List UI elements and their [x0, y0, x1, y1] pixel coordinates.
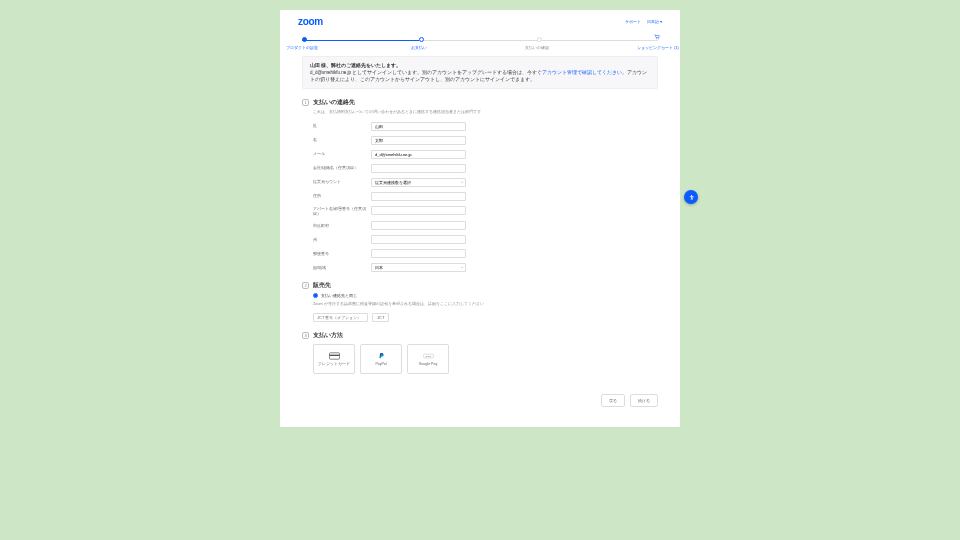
continue-button[interactable]: 続ける [630, 394, 658, 407]
support-link[interactable]: サポート [625, 19, 641, 24]
zoom-logo: zoom [298, 16, 323, 27]
step-2-label: お支払い [411, 45, 427, 50]
svg-text:G Pay: G Pay [425, 355, 430, 357]
apt-input[interactable] [371, 206, 466, 215]
email-label: メール [313, 151, 371, 156]
zip-label: 郵便番号 [313, 251, 371, 256]
state-label: 州 [313, 237, 371, 242]
section-1-badge: 1 [302, 99, 309, 106]
account-banner: 山田 様、弊社のご連絡先をいたします。 d_d@smehikfu.ne.jp と… [302, 56, 658, 89]
section-2-badge: 2 [302, 282, 309, 289]
language-selector[interactable]: 日本語 ▾ [647, 19, 662, 24]
first-name-label: 名 [313, 137, 371, 142]
progress-stepper: プロダクトの設定 お支払い 支払いの確認 ショッピングカート (1) [302, 38, 658, 50]
email-input[interactable] [371, 150, 466, 159]
section-2-subtitle: Zoom が発行する請求書に税金登録の記載を希望される場合は、詳細をここに入力し… [313, 302, 658, 307]
radio-icon [313, 293, 318, 298]
first-name-input[interactable] [371, 136, 466, 145]
employee-count-label: 従業員カウント [313, 179, 371, 184]
cart-icon [654, 34, 660, 40]
paypal-icon [376, 352, 387, 360]
payment-google-pay[interactable]: G Pay Google Pay [407, 344, 449, 374]
step-3-label: 支払いの確認 [525, 45, 549, 50]
step-1-label: プロダクトの設定 [286, 45, 318, 50]
country-label: 国/地域 [313, 265, 371, 270]
section-1-title: 支払いの連絡先 [313, 99, 355, 106]
section-3-badge: 3 [302, 332, 309, 339]
section-1-subtitle: これは、支払資料支払いついての問い合わせがあるときに連絡する連絡担当者または部門… [313, 110, 658, 115]
back-button[interactable]: 戻る [601, 394, 625, 407]
last-name-label: 姓 [313, 123, 371, 128]
jct-button[interactable]: JCT [372, 313, 389, 322]
same-as-billing-radio[interactable]: 支払い連絡先と同じ [313, 293, 658, 298]
accessibility-float-button[interactable] [684, 190, 698, 204]
gpay-icon: G Pay [423, 352, 434, 360]
banner-title: 山田 様、弊社のご連絡先をいたします。 [310, 63, 401, 68]
last-name-input[interactable] [371, 122, 466, 131]
account-manage-link[interactable]: アカウント管理で確認してください [542, 70, 622, 75]
section-2-title: 販売先 [313, 282, 331, 289]
accessibility-icon [688, 194, 695, 201]
company-input[interactable] [371, 164, 466, 173]
section-3-title: 支払い方法 [313, 332, 343, 339]
employee-count-select[interactable] [371, 178, 466, 187]
credit-card-icon [329, 352, 340, 360]
address-label: 住所 [313, 193, 371, 198]
payment-paypal[interactable]: PayPal [360, 344, 402, 374]
payment-credit-card[interactable]: クレジットカード [313, 344, 355, 374]
apt-label: アパート名/部屋番号（任意項目） [313, 206, 371, 216]
address-input[interactable] [371, 192, 466, 201]
step-cart-label[interactable]: ショッピングカート (1) [637, 45, 679, 50]
zip-input[interactable] [371, 249, 466, 258]
svg-point-4 [690, 194, 691, 195]
state-input[interactable] [371, 235, 466, 244]
country-select[interactable] [371, 263, 466, 272]
company-label: 会社/組織名（任意項目） [313, 165, 371, 170]
jct-number-input[interactable] [313, 313, 368, 322]
svg-rect-1 [329, 355, 339, 356]
city-input[interactable] [371, 221, 466, 230]
city-label: 市区町村 [313, 223, 371, 228]
